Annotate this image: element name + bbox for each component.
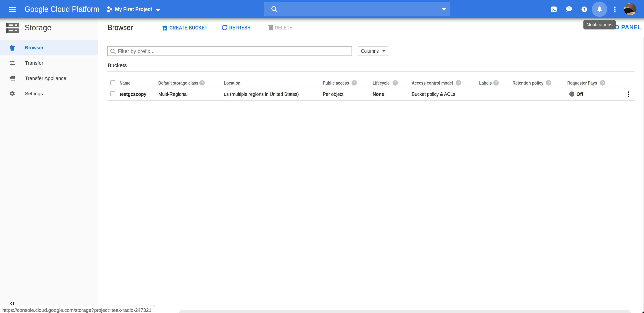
svg-text:?: ? <box>583 7 586 11</box>
